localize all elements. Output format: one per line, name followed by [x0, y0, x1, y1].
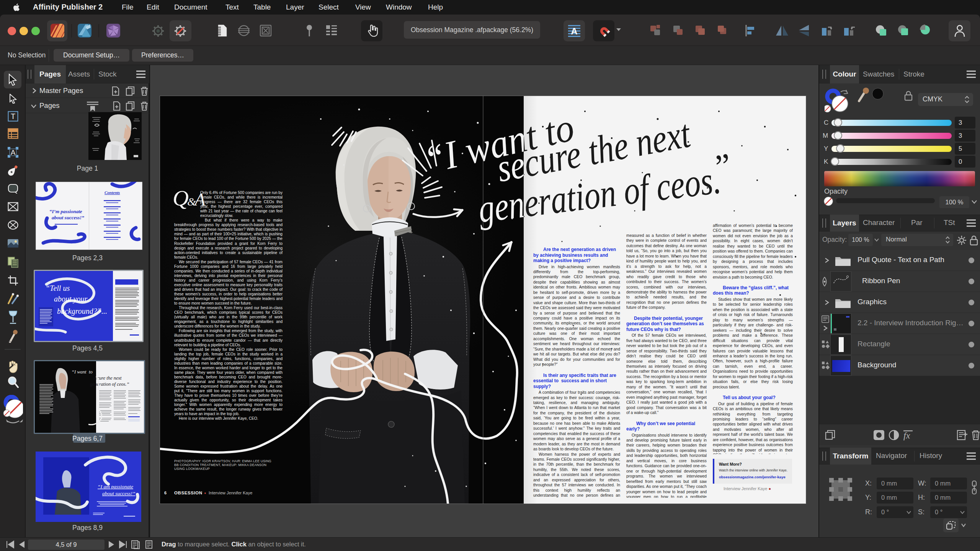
svg-text:about success!”: about success!”	[52, 215, 84, 220]
svg-text:“I’m passionate: “I’m passionate	[49, 209, 82, 214]
svg-text:A: A	[11, 148, 16, 156]
svg-text:A: A	[571, 26, 577, 36]
svg-text:“I want: “I want	[72, 369, 87, 375]
svg-text:about your: about your	[54, 295, 87, 303]
svg-text:“Tell us: “Tell us	[46, 284, 70, 292]
svg-text:fx: fx	[903, 430, 910, 440]
svg-text:Contents: Contents	[105, 190, 120, 195]
svg-text:generation of ceos.”: generation of ceos.”	[90, 381, 129, 387]
svg-text:to: to	[89, 369, 93, 375]
svg-text:about success!”: about success!”	[102, 491, 136, 496]
svg-text:background?”...: background?”...	[57, 307, 107, 316]
svg-text:“I am passionate: “I am passionate	[98, 484, 133, 489]
svg-text:T: T	[11, 112, 15, 121]
